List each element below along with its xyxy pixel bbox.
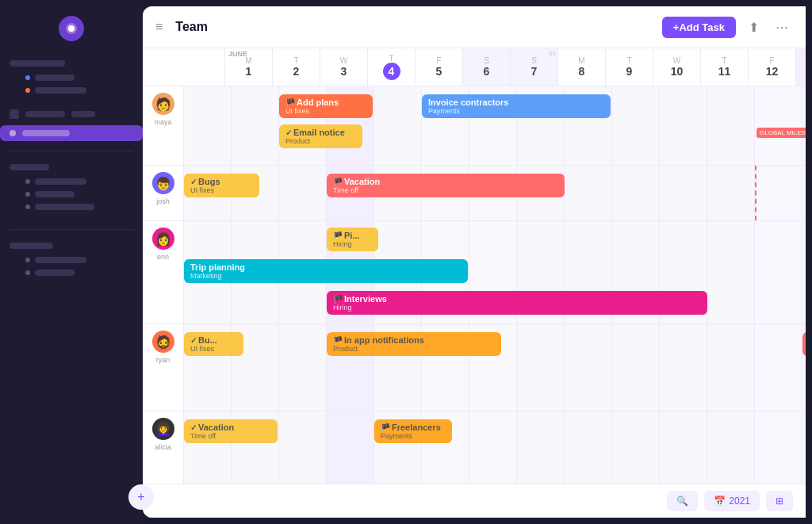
task-vacation-josh[interactable]: 🏴 Vacation Time off xyxy=(327,174,565,197)
task-trip-planning[interactable]: Trip planning Marketing xyxy=(184,259,468,283)
col-t2: T 2 xyxy=(273,48,320,86)
task-name: ✓ Bu... xyxy=(190,335,237,345)
gc xyxy=(707,411,755,484)
footer: 🔍 📅 2021 ⊞ xyxy=(143,484,806,518)
col-m8: M 8 xyxy=(558,48,606,86)
task-name: ✓ Bugs xyxy=(190,177,253,186)
task-invoice-contractors[interactable]: Invoice contractors Payments xyxy=(422,94,611,118)
task-study-leave[interactable]: Study leave Time off xyxy=(802,332,806,356)
sidebar-project-label xyxy=(35,191,75,197)
avatar-erin: 👩 xyxy=(152,228,174,250)
header: ≡ Team +Add Task ⬆ ⋯ xyxy=(143,6,806,48)
user-row-maya: 🧑 maya 🏴 Add plans UI fixes xyxy=(143,86,806,166)
sidebar-nav-row xyxy=(0,106,143,122)
task-email-notice[interactable]: ✓ Email notice Product xyxy=(279,124,362,148)
sidebar-more-label xyxy=(35,257,86,263)
sidebar-more-label xyxy=(10,243,53,249)
sidebar-project-label xyxy=(35,204,94,210)
user-col-maya: 🧑 maya xyxy=(143,86,184,165)
task-subtitle: Time off xyxy=(333,186,558,194)
gc xyxy=(707,221,755,323)
task-name: 🏴 In app notifications xyxy=(333,335,495,345)
gc xyxy=(755,411,802,484)
username-alicia: alicia xyxy=(155,443,171,451)
gc xyxy=(374,86,422,165)
task-in-app-notifications[interactable]: 🏴 In app notifications Product xyxy=(327,332,501,356)
sidebar-project-2[interactable] xyxy=(10,188,133,201)
task-interviews[interactable]: 🏴 Interviews Hiring xyxy=(327,291,707,315)
sidebar-divider-2 xyxy=(10,229,133,230)
task-subtitle: Payments xyxy=(381,432,446,440)
task-pi[interactable]: 🏴 Pi... Hiring xyxy=(327,228,378,251)
task-subtitle: Product xyxy=(285,137,356,145)
calendar-button[interactable]: 📅 2021 xyxy=(704,491,760,511)
col-t11: T 11 xyxy=(701,48,749,86)
sidebar-item-1[interactable] xyxy=(10,71,133,84)
grid-ryan: ✓ Bu... UI fixes 🏴 In app notifications … xyxy=(184,324,806,411)
sidebar-more-1[interactable] xyxy=(10,254,133,266)
sidebar-nav-label xyxy=(25,111,65,117)
sidebar-project-1[interactable] xyxy=(10,175,133,188)
task-name: ✓ Vacation xyxy=(190,423,271,432)
user-row-ryan: 🧔 ryan ✓ Bu... UI fixes 🏴 In app notific… xyxy=(143,324,806,411)
gc xyxy=(660,86,707,165)
main-content: ≡ Team +Add Task ⬆ ⋯ JUNE M 1 T 2 W 3 xyxy=(143,6,806,518)
sidebar: + xyxy=(0,0,143,524)
sidebar-item-team[interactable] xyxy=(0,125,143,141)
avatar-josh: 👦 xyxy=(152,172,174,194)
task-subtitle: UI fixes xyxy=(285,107,366,115)
page-title: Team xyxy=(175,20,656,34)
sidebar-projects-section xyxy=(0,161,143,216)
footer-right: 🔍 📅 2021 ⊞ xyxy=(667,491,793,511)
user-row-alicia: 👩‍🦱 alicia ✓ Vacation Time off 🏴 Freelan… xyxy=(143,411,806,484)
gc xyxy=(660,324,707,411)
sidebar-more-2[interactable] xyxy=(10,266,133,279)
task-add-plans[interactable]: 🏴 Add plans UI fixes xyxy=(279,94,373,118)
more-options-button[interactable]: ⋯ xyxy=(771,16,793,38)
task-freelancers[interactable]: 🏴 Freelancers Payments xyxy=(374,419,452,443)
avatar-ryan: 🧔 xyxy=(152,331,174,353)
zoom-icon: 🔍 xyxy=(676,495,688,507)
avatar-alicia: 👩‍🦱 xyxy=(152,418,174,440)
user-row-erin: 👩 erin 🏴 Pi... Hiring Support week Dev O… xyxy=(143,221,806,324)
zoom-button[interactable]: 🔍 xyxy=(667,491,698,511)
grid-button[interactable]: ⊞ xyxy=(766,491,793,511)
task-subtitle: UI fixes xyxy=(190,345,237,353)
gc xyxy=(565,324,612,411)
add-person-button[interactable]: + xyxy=(128,484,154,510)
username-ryan: ryan xyxy=(156,356,170,364)
gc xyxy=(802,411,806,484)
task-subtitle: Product xyxy=(333,345,495,353)
grid-icon: ⊞ xyxy=(776,495,783,507)
add-task-button[interactable]: +Add Task xyxy=(662,17,736,38)
gc xyxy=(802,166,806,220)
user-col-josh: 👦 josh xyxy=(143,166,184,220)
task-vacation-alicia[interactable]: ✓ Vacation Time off xyxy=(184,419,278,443)
sidebar-item-label xyxy=(35,75,75,81)
gc xyxy=(802,221,806,323)
task-bugs[interactable]: ✓ Bugs UI fixes xyxy=(184,174,259,197)
user-row-josh: 👦 josh ✓ Bugs UI fixes 🏴 Vacation Time o… xyxy=(143,166,806,221)
avatar-maya: 🧑 xyxy=(152,93,174,115)
sidebar-project-label xyxy=(35,178,86,185)
gc xyxy=(660,411,707,484)
sidebar-divider xyxy=(10,151,133,151)
col-s6: S 6 xyxy=(463,48,511,86)
sidebar-project-3[interactable] xyxy=(10,201,133,213)
year-label: 2021 xyxy=(729,495,750,507)
task-subtitle: UI fixes xyxy=(190,186,253,194)
sidebar-projects-label xyxy=(10,164,49,170)
task-bugs-ryan[interactable]: ✓ Bu... UI fixes xyxy=(184,332,243,356)
column-headers: JUNE M 1 T 2 W 3 T 4 F 5 S 6 xyxy=(143,48,806,86)
username-josh: josh xyxy=(156,197,170,205)
app-logo[interactable] xyxy=(59,16,84,41)
header-actions: +Add Task ⬆ ⋯ xyxy=(662,16,793,38)
share-button[interactable]: ⬆ xyxy=(742,16,764,38)
task-name: 🏴 Vacation xyxy=(333,177,558,186)
sidebar-item-2[interactable] xyxy=(10,84,133,97)
user-col-erin: 👩 erin xyxy=(143,221,184,323)
col-t9: T 9 xyxy=(606,48,653,86)
sidebar-nav-label2 xyxy=(71,111,95,117)
col-s7: 38 S 7 xyxy=(511,48,558,86)
gc xyxy=(612,411,660,484)
